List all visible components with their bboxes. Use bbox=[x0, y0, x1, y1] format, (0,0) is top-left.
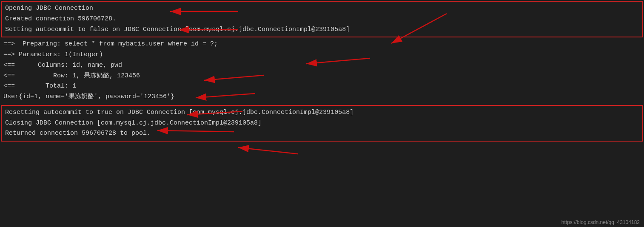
log-line: ==> Parameters: 1(Integer) bbox=[3, 50, 641, 60]
log-line: Returned connection 596706728 to pool. bbox=[5, 128, 639, 139]
log-line: Opening JDBC Connection bbox=[5, 3, 639, 14]
log-line: <== Total: 1 bbox=[3, 81, 641, 92]
log-line: Closing JDBC Connection [com.mysql.cj.jd… bbox=[5, 118, 639, 129]
log-line: ==> Preparing: select * from mybatis.use… bbox=[3, 39, 641, 50]
log-line: Created connection 596706728. bbox=[5, 14, 639, 25]
middle-log-section: ==> Preparing: select * from mybatis.use… bbox=[0, 37, 644, 104]
log-line: <== Columns: id, name, pwd bbox=[3, 60, 641, 71]
top-log-box: Opening JDBC Connection Created connecti… bbox=[1, 1, 643, 37]
console-wrapper: Opening JDBC Connection Created connecti… bbox=[0, 1, 644, 227]
svg-line-9 bbox=[238, 148, 298, 154]
log-line: Setting autocommit to false on JDBC Conn… bbox=[5, 25, 639, 35]
log-line: <== Row: 1, 果冻奶酪, 123456 bbox=[3, 71, 641, 82]
watermark: https://blog.csdn.net/qq_43104182 bbox=[561, 219, 640, 225]
log-line: Resetting autocommit to true on JDBC Con… bbox=[5, 108, 639, 118]
log-line: User{id=1, name='果冻奶酪', password='123456… bbox=[3, 92, 641, 102]
bottom-log-box: Resetting autocommit to true on JDBC Con… bbox=[1, 105, 643, 142]
